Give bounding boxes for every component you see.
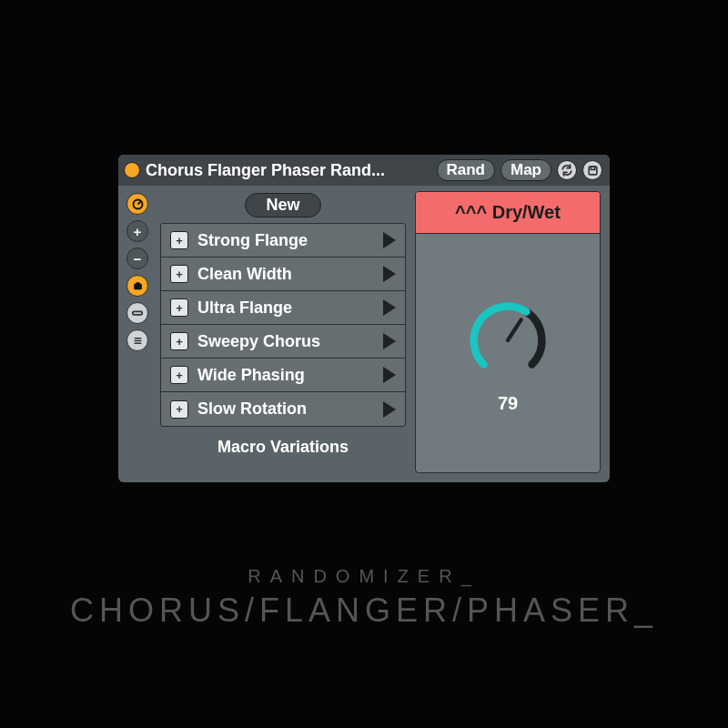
device-title: Chorus Flanger Phaser Rand... bbox=[146, 161, 431, 180]
variation-label: Sweepy Chorus bbox=[197, 332, 374, 351]
svg-line-9 bbox=[508, 319, 521, 340]
variations-view-icon[interactable] bbox=[126, 275, 148, 297]
snapshot-icon[interactable] bbox=[170, 332, 188, 350]
variation-row[interactable]: Clean Width bbox=[161, 258, 405, 291]
variations-footer-label: Macro Variations bbox=[160, 427, 406, 462]
svg-rect-5 bbox=[133, 311, 143, 315]
macro-knob[interactable] bbox=[460, 293, 555, 388]
launch-variation-icon[interactable] bbox=[383, 299, 396, 316]
device-list-icon[interactable] bbox=[126, 329, 148, 351]
snapshot-icon[interactable] bbox=[170, 265, 188, 283]
macro-panel: ^^^ Dry/Wet 79 bbox=[415, 191, 601, 473]
macro-value: 79 bbox=[498, 393, 518, 414]
audio-rack-device: Chorus Flanger Phaser Rand... Rand Map +… bbox=[118, 155, 610, 482]
svg-rect-4 bbox=[136, 282, 139, 284]
variation-row[interactable]: Strong Flange bbox=[161, 224, 405, 258]
variation-label: Ultra Flange bbox=[197, 298, 374, 318]
variation-label: Clean Width bbox=[197, 265, 374, 284]
svg-rect-3 bbox=[134, 283, 142, 289]
launch-variation-icon[interactable] bbox=[383, 232, 396, 248]
save-preset-icon[interactable] bbox=[582, 160, 602, 180]
snapshot-icon[interactable] bbox=[170, 298, 188, 317]
variation-label: Strong Flange bbox=[197, 231, 374, 250]
device-title-bar: Chorus Flanger Phaser Rand... Rand Map bbox=[118, 155, 610, 186]
snapshot-icon[interactable] bbox=[170, 231, 188, 249]
variation-row[interactable]: Ultra Flange bbox=[161, 291, 405, 325]
launch-variation-icon[interactable] bbox=[383, 367, 396, 383]
variation-list: Strong Flange Clean Width Ultra Flange S… bbox=[160, 223, 406, 427]
variation-row[interactable]: Sweepy Chorus bbox=[161, 325, 405, 359]
caption-small: RANDOMIZER_ bbox=[0, 566, 728, 587]
variation-row[interactable]: Wide Phasing bbox=[161, 359, 405, 392]
launch-variation-icon[interactable] bbox=[383, 333, 396, 349]
macro-name-label[interactable]: ^^^ Dry/Wet bbox=[416, 192, 600, 234]
macro-view-icon[interactable] bbox=[126, 193, 148, 215]
svg-rect-1 bbox=[591, 167, 594, 169]
new-variation-row: New bbox=[160, 191, 406, 223]
hot-swap-icon[interactable] bbox=[557, 160, 577, 180]
chain-view-icon[interactable] bbox=[126, 302, 148, 324]
variations-column: New Strong Flange Clean Width Ultra Flan… bbox=[160, 191, 406, 473]
map-button[interactable]: Map bbox=[500, 159, 551, 181]
launch-variation-icon[interactable] bbox=[383, 266, 396, 282]
add-icon[interactable]: + bbox=[126, 220, 148, 242]
snapshot-icon[interactable] bbox=[170, 400, 188, 419]
variation-row[interactable]: Slow Rotation bbox=[161, 392, 405, 426]
variation-label: Wide Phasing bbox=[197, 366, 374, 385]
svg-rect-0 bbox=[589, 167, 597, 175]
new-variation-button[interactable]: New bbox=[245, 193, 320, 217]
variation-label: Slow Rotation bbox=[197, 399, 374, 419]
remove-icon[interactable]: − bbox=[126, 248, 148, 269]
macro-body: 79 bbox=[416, 234, 600, 472]
launch-variation-icon[interactable] bbox=[383, 401, 396, 418]
rand-button[interactable]: Rand bbox=[437, 159, 496, 181]
snapshot-icon[interactable] bbox=[170, 366, 188, 384]
side-icon-strip: + − bbox=[124, 191, 151, 473]
device-power-toggle[interactable] bbox=[124, 162, 140, 178]
device-body: + − New Strong Flange bbox=[118, 186, 610, 473]
caption-large: CHORUS/FLANGER/PHASER_ bbox=[0, 592, 728, 630]
